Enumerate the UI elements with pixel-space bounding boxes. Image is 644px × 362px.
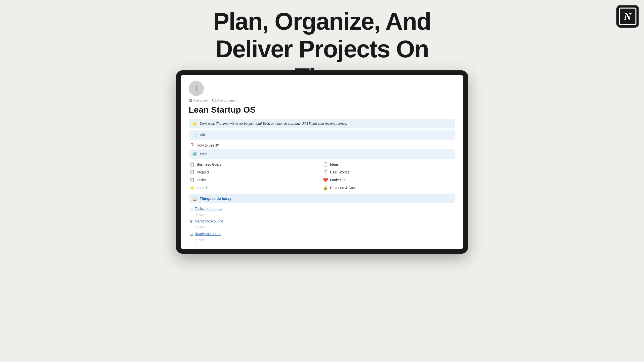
callout-star-icon: ⭐ <box>192 121 197 126</box>
launch-new-label: New <box>198 238 205 242</box>
launch-new-plus: + <box>196 238 197 242</box>
revenue-cost-row[interactable]: 🔒 Revenue & Cost <box>322 184 455 192</box>
question-icon: ❓ <box>190 143 195 148</box>
marketing-routine-db: ⊞ Marketing Routine + New <box>189 218 455 230</box>
browser-content: I 🖼 Add cover 💬 Add comment Lean Startup… <box>181 75 463 249</box>
tasks-new-button[interactable]: + New <box>195 212 455 217</box>
two-column-section: 📋 Business Goals 📋 Projects 📋 Tasks ⭐ La… <box>189 160 455 192</box>
notion-logo-letter: N <box>624 11 631 22</box>
db-tasks-icon: ⊞ <box>190 207 193 211</box>
tasks-to-do-today-label: Tasks to do today <box>195 207 222 211</box>
launch-new-button[interactable]: + New <box>195 238 455 242</box>
right-column: 📋 Ideas 📋 User Stories ❤️ Marketing 🔒 Re… <box>322 160 455 192</box>
business-goals-icon: 📋 <box>190 162 195 167</box>
launch-label: Launch <box>197 186 208 190</box>
things-to-do-label: Things to do today <box>200 197 231 201</box>
projects-row[interactable]: 📋 Projects <box>189 168 322 176</box>
tasks-row[interactable]: 📋 Tasks <box>189 176 322 184</box>
db-launch-icon: ⊞ <box>190 232 193 236</box>
notion-logo: N <box>616 5 639 28</box>
marketing-icon: ❤️ <box>323 177 328 182</box>
add-cover-button[interactable]: 🖼 Add cover <box>189 99 208 102</box>
wiki-row[interactable]: 🗒️ Wiki <box>189 130 455 140</box>
db-marketing-icon: ⊞ <box>190 219 193 223</box>
wiki-icon: 🗒️ <box>192 132 197 137</box>
notion-logo-inner: N <box>619 8 636 25</box>
launch-row[interactable]: ⭐ Launch <box>189 184 322 192</box>
page-icon: I <box>189 81 204 96</box>
how-to-use-label: How to use it? <box>197 143 219 147</box>
how-to-use-row[interactable]: ❓ How to use it? <box>189 141 455 149</box>
marketing-label: Marketing <box>330 178 345 182</box>
user-stories-icon: 📋 <box>323 170 328 174</box>
marketing-new-label: New <box>198 225 205 229</box>
left-column: 📋 Business Goals 📋 Projects 📋 Tasks ⭐ La… <box>189 160 322 192</box>
ideas-row[interactable]: 📋 Ideas <box>322 160 455 168</box>
toolbar-row: 🖼 Add cover 💬 Add comment <box>189 99 455 102</box>
projects-label: Projects <box>197 170 210 174</box>
things-to-do-section: 📋 Things to do today <box>189 194 455 203</box>
revenue-cost-icon: 🔒 <box>323 185 328 190</box>
laptop-frame: I 🖼 Add cover 💬 Add comment Lean Startup… <box>176 70 468 254</box>
map-row[interactable]: 🗺️ Map <box>189 149 455 159</box>
page-title: Lean Startup OS <box>189 105 455 115</box>
things-to-do-icon: 📋 <box>192 196 197 201</box>
tasks-icon: 📋 <box>190 177 195 182</box>
marketing-new-button[interactable]: + New <box>195 225 455 230</box>
callout-text: Don't wait. The time will never be just … <box>200 122 347 125</box>
ready-to-launch-db: ⊞ Ready to Launch + New <box>189 231 455 242</box>
map-label: Map <box>200 152 207 156</box>
ready-to-launch-label: Ready to Launch <box>195 232 221 236</box>
launch-icon: ⭐ <box>190 185 195 190</box>
marketing-row[interactable]: ❤️ Marketing <box>322 176 455 184</box>
tasks-label: Tasks <box>197 178 206 182</box>
projects-icon: 📋 <box>190 170 195 174</box>
business-goals-row[interactable]: 📋 Business Goals <box>189 160 322 168</box>
ready-to-launch-link[interactable]: ⊞ Ready to Launch <box>189 231 455 237</box>
marketing-routine-label: Marketing Routine <box>195 219 223 223</box>
ideas-label: Ideas <box>330 162 339 166</box>
user-stories-row[interactable]: 📋 User Stories <box>322 168 455 176</box>
marketing-new-plus: + <box>196 225 197 229</box>
wiki-label: Wiki <box>200 133 206 137</box>
map-icon: 🗺️ <box>192 152 197 156</box>
revenue-cost-label: Revenue & Cost <box>330 186 356 190</box>
tasks-new-label: New <box>198 213 205 216</box>
tasks-new-plus: + <box>196 213 197 216</box>
tasks-to-do-today-db: ⊞ Tasks to do today + New <box>189 205 455 217</box>
main-callout: ⭐ Don't wait. The time will never be jus… <box>189 119 455 128</box>
add-comment-button[interactable]: 💬 Add comment <box>212 99 237 102</box>
user-stories-label: User Stories <box>330 170 349 174</box>
comment-icon: 💬 <box>212 99 216 102</box>
marketing-routine-link[interactable]: ⊞ Marketing Routine <box>189 218 455 224</box>
image-icon: 🖼 <box>189 99 192 102</box>
tasks-to-do-today-link[interactable]: ⊞ Tasks to do today <box>189 205 455 212</box>
ideas-icon: 📋 <box>323 162 328 167</box>
business-goals-label: Business Goals <box>197 162 221 166</box>
